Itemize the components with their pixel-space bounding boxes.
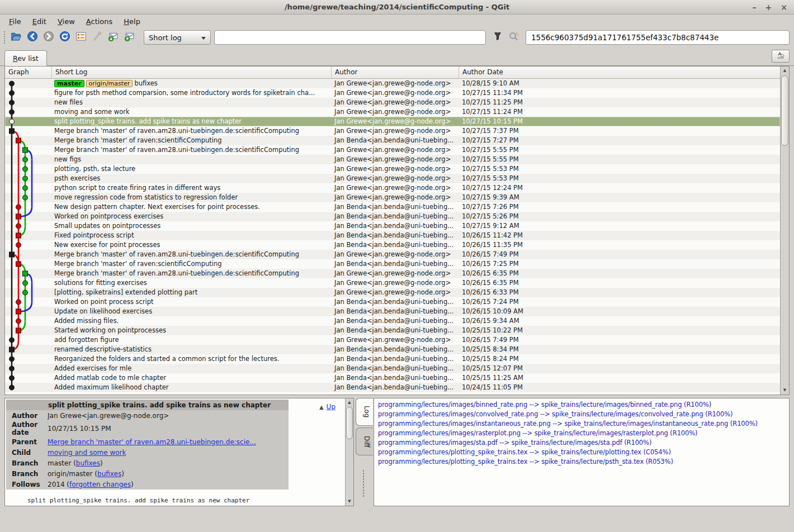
splitter-handle[interactable] xyxy=(362,469,365,497)
detail-link[interactable]: bufixes xyxy=(76,459,100,467)
table-row[interactable]: [plotting, spiketrains] extended plottin… xyxy=(5,288,780,297)
scroll-down-icon[interactable]: ▼ xyxy=(781,386,789,395)
wand-button[interactable] xyxy=(90,30,105,45)
search-input[interactable] xyxy=(214,30,486,45)
scroll-up-icon[interactable]: ▲ xyxy=(346,398,353,407)
author-cell: Jan Benda<jan.benda@uni-tuebing... xyxy=(332,240,459,250)
table-row[interactable]: renamed descriptive-statisticsJan Benda<… xyxy=(5,345,780,354)
file-entry[interactable]: programming/lectures/plotting_spike_trai… xyxy=(378,457,789,467)
table-row[interactable]: solutions for fitting exercisesJan Grewe… xyxy=(5,278,780,288)
tab-rev-list[interactable]: Rev list xyxy=(4,50,47,66)
detail-link[interactable]: bufixes xyxy=(97,470,121,478)
scroll-down-icon[interactable]: ▼ xyxy=(346,497,353,506)
file-entry[interactable]: programming/lectures/images/rasterplot.p… xyxy=(378,429,789,438)
rev-table-body: masterorigin/masterbufixesJan Grewe<jan.… xyxy=(5,79,780,395)
commit-subject: figure for psth method comparsion, some … xyxy=(54,88,315,98)
table-row[interactable]: Worked on point process scriptJan Benda<… xyxy=(5,297,780,307)
table-row[interactable]: Merge branch 'master' of raven:scientifi… xyxy=(5,259,780,269)
rev-list-scrollbar[interactable]: ▲ ▼ xyxy=(780,66,789,395)
table-row[interactable]: Added missing files.Jan Benda<jan.benda@… xyxy=(5,316,780,326)
table-row[interactable]: new figsJan Grewe<jan.grewe@g-node.org>1… xyxy=(5,155,780,164)
tree-view-button[interactable] xyxy=(74,30,88,45)
detail-link[interactable]: forgotten changes xyxy=(69,481,131,488)
scroll-up-icon[interactable]: ▲ xyxy=(781,66,789,75)
table-row[interactable]: psth exercisesJan Grewe<jan.grewe@g-node… xyxy=(5,174,780,183)
table-row[interactable]: Small updates on pointprocessesJan Benda… xyxy=(5,221,780,231)
tab-corner-button[interactable] xyxy=(772,50,790,63)
shortlog-cell: Worked on pointprocess exercises xyxy=(52,212,332,221)
date-cell: 10/25/15 10:22 PM xyxy=(459,326,780,335)
table-row[interactable]: figure for psth method comparsion, some … xyxy=(5,88,780,98)
author-cell: Jan Benda<jan.benda@uni-tuebing... xyxy=(332,364,459,373)
column-header-graph[interactable]: Graph xyxy=(5,66,52,78)
table-row[interactable]: Started working on pointprocessesJan Ben… xyxy=(5,326,780,335)
commit-subject: Added missing files. xyxy=(54,316,119,326)
scrollbar-thumb[interactable] xyxy=(781,75,788,146)
table-row[interactable]: moving and some workJan Grewe<jan.grewe@… xyxy=(5,107,780,117)
apply-patch-button[interactable] xyxy=(122,30,137,45)
table-row[interactable]: Merge branch 'master' of raven:scientifi… xyxy=(5,136,780,145)
filter-button[interactable] xyxy=(490,30,505,45)
detail-scrollbar[interactable]: ▲ ▼ xyxy=(345,398,353,506)
save-patch-button[interactable] xyxy=(106,30,121,45)
table-row[interactable]: Worked on pointprocess exercisesJan Bend… xyxy=(5,212,780,221)
table-row[interactable]: plotting, psth, sta lectureJan Grewe<jan… xyxy=(5,164,780,174)
minimize-button[interactable]: – xyxy=(753,3,757,11)
up-control[interactable]: ▲ Up xyxy=(319,403,335,411)
column-header-short-log[interactable]: Short Log xyxy=(52,66,332,78)
menu-view[interactable]: View xyxy=(52,16,81,27)
detail-link[interactable]: moving and some work xyxy=(48,449,126,457)
forward-button[interactable] xyxy=(41,30,56,45)
menu-actions[interactable]: Actions xyxy=(81,16,119,27)
menu-file[interactable]: File xyxy=(3,16,27,27)
file-entry[interactable]: programming/lectures/plotting_spike_trai… xyxy=(378,448,789,457)
file-entry[interactable]: programming/lectures/images/instantaneou… xyxy=(378,419,789,429)
table-row[interactable]: Merge branch 'master' of raven.am28.uni-… xyxy=(5,250,780,259)
reload-button[interactable] xyxy=(58,30,72,45)
scrollbar-thumb[interactable] xyxy=(346,407,353,439)
table-row[interactable]: move regression code from statistics to … xyxy=(5,193,780,202)
close-button[interactable]: × xyxy=(781,3,787,11)
table-row[interactable]: Merge branch 'master' of raven.am28.uni-… xyxy=(5,269,780,278)
column-header-author-date[interactable]: Author Date xyxy=(459,66,780,78)
back-button[interactable] xyxy=(25,30,40,45)
table-row[interactable]: Merge branch 'master' of raven.am28.uni-… xyxy=(5,126,780,136)
filter-icon xyxy=(493,31,503,44)
table-row[interactable]: New design pattern chapter. Next exercis… xyxy=(5,202,780,212)
detail-label: Branch xyxy=(6,459,48,467)
menu-help[interactable]: Help xyxy=(118,16,146,27)
side-tab-log[interactable]: Log xyxy=(356,398,373,426)
shortlog-cell: Started working on pointprocesses xyxy=(52,326,332,335)
table-row[interactable]: Merge branch 'master' of raven.am28.uni-… xyxy=(5,145,780,155)
table-row[interactable]: Fixed pointprocess scriptJan Benda<jan.b… xyxy=(5,231,780,240)
open-button[interactable] xyxy=(9,30,23,45)
up-link[interactable]: Up xyxy=(327,403,335,411)
sha-input[interactable] xyxy=(526,30,790,45)
maximize-button[interactable]: + xyxy=(765,3,772,11)
table-row[interactable]: split plotting_spike trains. add spike t… xyxy=(5,117,780,126)
table-row[interactable]: python script to create firing rates in … xyxy=(5,183,780,193)
table-row[interactable]: Update on likelihood exercisesJan Benda<… xyxy=(5,307,780,316)
table-row[interactable]: add forgotten figureJan Grewe<jan.grewe@… xyxy=(5,335,780,345)
column-header-author[interactable]: Author xyxy=(332,66,459,78)
table-row[interactable]: new filesJan Grewe<jan.grewe@g-node.org>… xyxy=(5,98,780,107)
detail-row: ParentMerge branch 'master' of raven.am2… xyxy=(6,436,289,447)
table-row[interactable]: New exercise for point processesJan Bend… xyxy=(5,240,780,250)
table-row[interactable]: Added maximum likelihood chapterJan Bend… xyxy=(5,383,780,392)
graph-cell xyxy=(5,373,52,383)
menu-edit[interactable]: Edit xyxy=(27,16,52,27)
side-tab-diff[interactable]: Diff xyxy=(356,428,373,455)
view-mode-select[interactable]: Short log xyxy=(144,30,211,45)
table-row[interactable]: masterorigin/masterbufixesJan Grewe<jan.… xyxy=(5,79,780,88)
table-row[interactable]: Added exercises for mleJan Benda<jan.ben… xyxy=(5,364,780,373)
file-entry[interactable]: programming/lectures/images/binned_rate.… xyxy=(378,400,789,410)
highlight-button[interactable] xyxy=(507,30,521,45)
detail-link[interactable]: Merge branch 'master' of raven.am28.uni-… xyxy=(48,438,256,446)
table-row[interactable]: Reorganized the folders and started a co… xyxy=(5,354,780,364)
file-entry[interactable]: programming/lectures/images/sta.pdf --> … xyxy=(378,438,789,448)
graph-cell xyxy=(5,107,52,117)
author-cell: Jan Grewe<jan.grewe@g-node.org> xyxy=(332,269,459,278)
table-row[interactable]: Added matlab code to mle chapterJan Bend… xyxy=(5,373,780,383)
file-entry[interactable]: programming/lectures/images/convolved_ra… xyxy=(378,410,789,419)
toolbar-grip[interactable] xyxy=(3,31,6,44)
